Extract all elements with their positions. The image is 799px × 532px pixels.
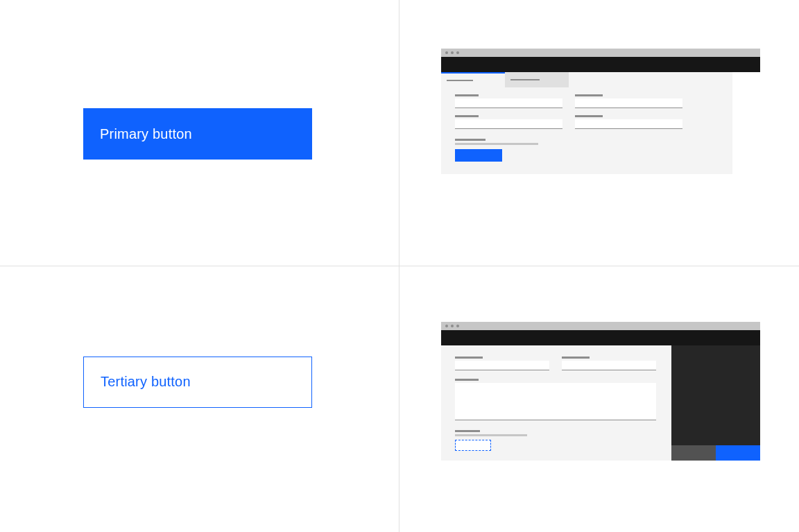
traffic-dot-icon [456, 51, 459, 54]
traffic-dot-icon [451, 51, 454, 54]
side-panel-dark [671, 345, 760, 461]
textarea[interactable] [455, 383, 656, 420]
form-field [455, 94, 562, 108]
cell-primary-wireframe [400, 0, 799, 266]
wireframe-form [441, 49, 760, 174]
form-field [575, 94, 682, 108]
text-input[interactable] [455, 119, 562, 129]
field-label [455, 357, 483, 359]
primary-button[interactable]: Primary button [83, 108, 312, 160]
field-label [455, 379, 479, 381]
form-field [455, 357, 549, 370]
tab-active[interactable] [441, 72, 505, 87]
traffic-dot-icon [456, 325, 459, 327]
design-spec-grid: Primary button [0, 0, 799, 532]
tabs [441, 72, 732, 87]
footer-primary-button[interactable] [716, 445, 760, 461]
form-field [575, 115, 682, 129]
tab-inactive[interactable] [505, 72, 569, 87]
text-input[interactable] [562, 361, 656, 370]
cell-primary-button: Primary button [0, 0, 400, 266]
footer-secondary-button[interactable] [671, 445, 716, 461]
cell-tertiary-wireframe [400, 266, 799, 533]
text-input[interactable] [575, 119, 682, 129]
field-label [575, 115, 603, 117]
helper-text [455, 430, 658, 436]
wireframe-primary-button[interactable] [455, 149, 502, 162]
field-label [575, 94, 603, 96]
wireframe-panel [441, 322, 760, 461]
traffic-dot-icon [445, 51, 448, 54]
panel-footer [671, 445, 760, 461]
form-field [562, 357, 656, 370]
text-input[interactable] [575, 98, 682, 108]
helper-text [455, 139, 719, 145]
app-header [441, 330, 760, 345]
form-field [455, 379, 658, 420]
text-input[interactable] [455, 361, 549, 370]
field-label [455, 94, 479, 96]
traffic-dot-icon [445, 325, 448, 327]
window-chrome [441, 49, 760, 57]
text-input[interactable] [455, 98, 562, 108]
form-field [455, 115, 562, 129]
window-chrome [441, 322, 760, 330]
tertiary-button[interactable]: Tertiary button [83, 357, 312, 408]
wireframe-tertiary-button[interactable] [455, 440, 491, 451]
field-label [562, 357, 590, 359]
app-header [441, 57, 760, 72]
cell-tertiary-button: Tertiary button [0, 266, 400, 533]
field-label [455, 115, 479, 117]
traffic-dot-icon [451, 325, 454, 327]
